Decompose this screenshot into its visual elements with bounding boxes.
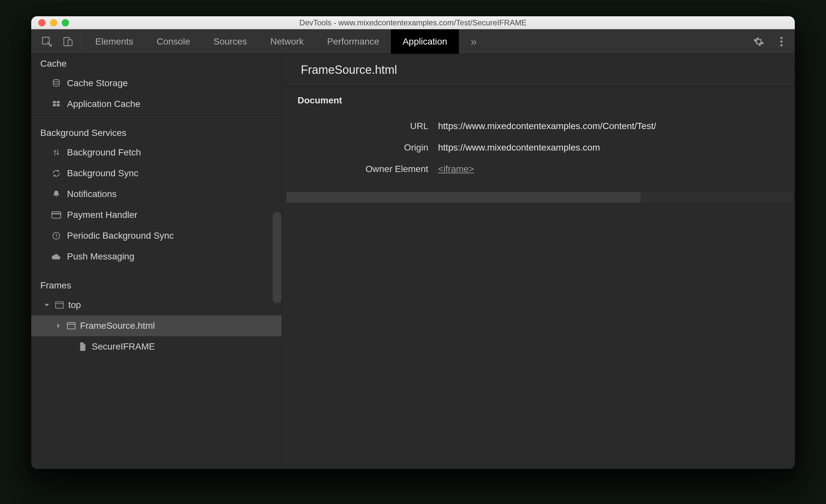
row-owner-element-value: <iframe> (438, 164, 474, 174)
tab-elements[interactable]: Elements (83, 29, 145, 54)
cloud-icon (51, 253, 62, 260)
sidebar-section-frames: Frames (31, 277, 282, 295)
document-properties: URL https://www.mixedcontentexamples.com… (282, 106, 795, 190)
row-url-label: URL (282, 121, 438, 131)
section-document: Document (282, 87, 795, 106)
svg-rect-11 (52, 212, 61, 218)
sidebar-item-label: Background Fetch (67, 147, 141, 158)
sidebar-item-application-cache[interactable]: Application Cache (31, 93, 282, 115)
tabstrip-right-tools (747, 29, 795, 54)
kebab-menu-icon[interactable] (780, 36, 783, 47)
devtools-window: DevTools - www.mixedcontentexamples.com/… (31, 16, 795, 469)
sidebar-divider (31, 118, 282, 119)
sidebar: Cache Cache Storage (31, 54, 282, 469)
tabstrip-divider (81, 34, 81, 49)
device-toolbar-icon[interactable] (62, 36, 73, 47)
sidebar-section-cache: Cache (31, 54, 282, 73)
settings-icon[interactable] (753, 36, 764, 47)
maximize-window-button[interactable] (62, 19, 69, 26)
titlebar: DevTools - www.mixedcontentexamples.com/… (31, 16, 795, 29)
svg-rect-14 (67, 323, 75, 329)
row-origin-value: https://www.mixedcontentexamples.com (438, 142, 600, 153)
transfer-icon (51, 148, 62, 158)
svg-point-4 (780, 40, 783, 43)
sidebar-item-label: Push Messaging (67, 251, 134, 262)
frame-tree-top[interactable]: top (31, 295, 282, 315)
row-url-value: https://www.mixedcontentexamples.com/Con… (438, 121, 656, 131)
sidebar-section-background-services: Background Services (31, 125, 282, 142)
grid-icon (51, 100, 62, 109)
tab-console[interactable]: Console (145, 29, 202, 54)
sidebar-scrollbar-thumb[interactable] (273, 212, 282, 303)
sync-icon (51, 169, 62, 178)
document-icon (77, 342, 88, 351)
svg-rect-2 (68, 40, 72, 46)
sidebar-item-cache-storage[interactable]: Cache Storage (31, 73, 282, 93)
sidebar-item-label: Application Cache (67, 99, 140, 109)
svg-rect-13 (56, 302, 63, 308)
chevron-right-icon (55, 323, 62, 329)
sidebar-item-background-sync[interactable]: Background Sync (31, 163, 282, 184)
minimize-window-button[interactable] (50, 19, 57, 26)
svg-point-5 (780, 44, 783, 46)
sidebar-item-push-messaging[interactable]: Push Messaging (31, 246, 282, 267)
row-owner-element: Owner Element <iframe> (282, 159, 795, 180)
row-origin: Origin https://www.mixedcontentexamples.… (282, 137, 795, 159)
tabs-overflow-button[interactable]: » (459, 29, 481, 54)
tab-application[interactable]: Application (391, 29, 459, 54)
main-panel: FrameSource.html Document URL https://ww… (282, 54, 795, 469)
owner-element-link[interactable]: <iframe> (438, 164, 474, 174)
row-origin-label: Origin (282, 142, 438, 153)
horizontal-scrollbar-thumb[interactable] (286, 192, 641, 203)
svg-point-6 (53, 79, 60, 82)
sidebar-item-label: Background Sync (67, 168, 138, 179)
tabstrip: Elements Console Sources Network Perform… (31, 29, 795, 54)
frame-tree-secureiframe[interactable]: SecureIFRAME (31, 336, 282, 357)
sidebar-item-background-fetch[interactable]: Background Fetch (31, 142, 282, 163)
horizontal-scrollbar[interactable] (286, 192, 793, 203)
frame-tree-label: top (68, 300, 81, 310)
close-window-button[interactable] (38, 19, 46, 26)
frame-tree-label: FrameSource.html (80, 321, 155, 331)
clock-icon (51, 231, 62, 240)
window-controls (31, 19, 69, 26)
frame-title: FrameSource.html (282, 54, 795, 87)
sidebar-divider (31, 271, 282, 271)
chevron-down-icon (43, 302, 51, 308)
tabstrip-left-tools (31, 29, 79, 54)
frame-tree-label: SecureIFRAME (92, 341, 155, 352)
svg-rect-10 (57, 104, 60, 106)
svg-point-3 (780, 37, 783, 39)
inspect-element-icon[interactable] (41, 36, 53, 48)
sidebar-item-label: Notifications (67, 189, 117, 199)
frame-tree-framesource[interactable]: FrameSource.html (31, 315, 282, 336)
database-icon (51, 79, 62, 88)
window-icon (66, 322, 77, 329)
tab-performance[interactable]: Performance (315, 29, 391, 54)
sidebar-item-label: Payment Handler (67, 210, 137, 220)
window-title: DevTools - www.mixedcontentexamples.com/… (31, 18, 795, 27)
row-url: URL https://www.mixedcontentexamples.com… (282, 115, 795, 137)
window-icon (54, 301, 65, 309)
sidebar-item-payment-handler[interactable]: Payment Handler (31, 204, 282, 225)
tab-sources[interactable]: Sources (201, 29, 258, 54)
sidebar-item-periodic-background-sync[interactable]: Periodic Background Sync (31, 225, 282, 246)
tab-network[interactable]: Network (258, 29, 315, 54)
bell-icon (51, 190, 62, 199)
credit-card-icon (51, 211, 62, 219)
row-owner-element-label: Owner Element (282, 164, 438, 174)
svg-rect-9 (53, 104, 56, 106)
body: Cache Cache Storage (31, 54, 795, 469)
sidebar-item-label: Periodic Background Sync (67, 231, 174, 241)
sidebar-item-label: Cache Storage (67, 78, 128, 88)
svg-rect-8 (57, 101, 60, 104)
sidebar-item-notifications[interactable]: Notifications (31, 184, 282, 204)
svg-rect-7 (53, 101, 56, 104)
